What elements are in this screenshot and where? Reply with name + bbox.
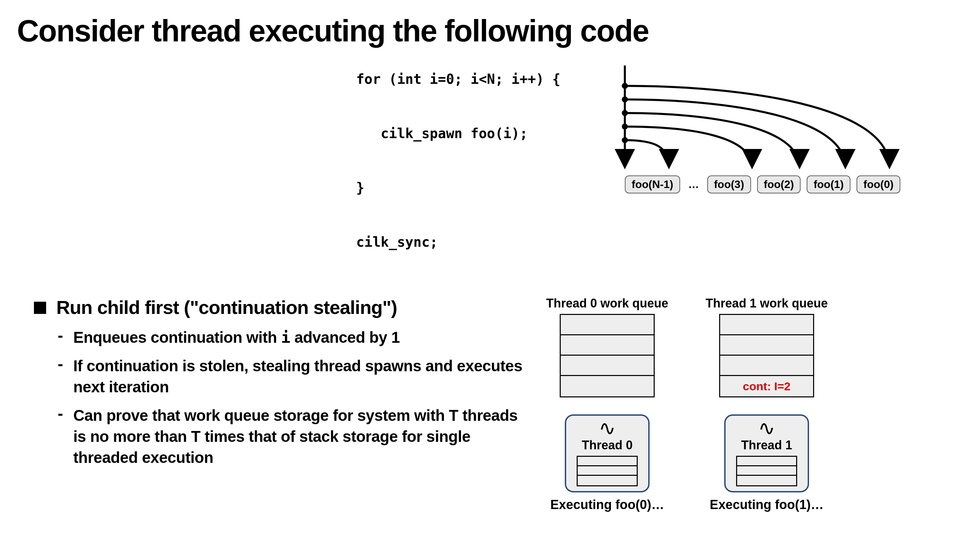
mini-cell xyxy=(737,457,796,466)
sub-bullet-2-text: If continuation is stolen, stealing thre… xyxy=(73,355,526,397)
thread1-column: Thread 1 work queue cont: I=2 ∿ Thread 1… xyxy=(706,296,828,512)
queue1-cont-cell: cont: I=2 xyxy=(720,376,813,396)
foo-box-0: foo(0) xyxy=(856,175,900,193)
sub-bullet-3-text: Can prove that work queue storage for sy… xyxy=(73,405,526,468)
queue0-cell xyxy=(561,335,654,356)
foo-box-3: foo(3) xyxy=(707,175,751,193)
spawn-tree-diagram: foo(N-1) … foo(3) foo(2) foo(1) foo(0) xyxy=(587,65,913,193)
queue1-cell xyxy=(720,335,813,356)
slide-title: Consider thread executing the following … xyxy=(17,14,963,48)
queue1-label: Thread 1 work queue xyxy=(706,296,828,311)
mini-cell xyxy=(737,476,796,485)
queue0-cell xyxy=(561,376,654,396)
thread0-mini-stack xyxy=(577,456,638,486)
wavy-icon: ∿ xyxy=(758,420,775,437)
sub1-part-a: Enqueues continuation with xyxy=(73,329,281,346)
dash-icon: - xyxy=(58,355,63,373)
sub-bullet-1-text: Enqueues continuation with i advanced by… xyxy=(73,327,400,348)
thread0-box: ∿ Thread 0 xyxy=(565,414,650,492)
mini-cell xyxy=(578,476,637,485)
sub-bullet-1: - Enqueues continuation with i advanced … xyxy=(58,327,526,348)
mini-cell xyxy=(578,466,637,476)
code-block: for (int i=0; i<N; i++) { cilk_spawn foo… xyxy=(356,65,560,255)
foo-box-n1: foo(N-1) xyxy=(625,175,680,193)
queue0-cell xyxy=(561,356,654,376)
top-row: for (int i=0; i<N; i++) { cilk_spawn foo… xyxy=(17,65,963,255)
foo-box-row: foo(N-1) … foo(3) foo(2) foo(1) foo(0) xyxy=(625,175,913,193)
thread1-box: ∿ Thread 1 xyxy=(724,414,809,492)
queue0-stack xyxy=(560,314,655,397)
spawn-tree-svg xyxy=(608,65,913,181)
queue1-stack: cont: I=2 xyxy=(719,314,814,397)
sub1-part-c: advanced by 1 xyxy=(290,329,400,346)
wavy-icon: ∿ xyxy=(599,420,616,437)
mini-cell xyxy=(737,466,796,476)
sub-bullet-2: - If continuation is stolen, stealing th… xyxy=(58,355,526,397)
lower-section: Run child first ("continuation stealing"… xyxy=(17,296,963,512)
dash-icon: - xyxy=(58,326,63,345)
queue0-label: Thread 0 work queue xyxy=(546,296,668,311)
queue1-cell xyxy=(720,356,813,376)
bullet-main-text: Run child first ("continuation stealing"… xyxy=(56,296,397,318)
foo-box-2: foo(2) xyxy=(757,175,801,193)
mini-cell xyxy=(578,457,637,466)
foo-box-1: foo(1) xyxy=(807,175,850,193)
queue0-cell xyxy=(561,315,654,335)
thread1-exec-label: Executing foo(1)… xyxy=(710,498,824,512)
sub1-code-i: i xyxy=(281,328,290,346)
dash-icon: - xyxy=(58,404,63,423)
thread0-column: Thread 0 work queue ∿ Thread 0 Executing… xyxy=(546,296,668,512)
thread0-name: Thread 0 xyxy=(582,438,633,452)
thread0-exec-label: Executing foo(0)… xyxy=(550,498,664,512)
thread1-mini-stack xyxy=(736,456,797,486)
square-bullet-icon xyxy=(34,302,46,314)
queue1-cell xyxy=(720,315,813,335)
sub-bullet-3: - Can prove that work queue storage for … xyxy=(58,405,526,468)
foo-ellipsis: … xyxy=(686,178,701,191)
thread1-name: Thread 1 xyxy=(741,438,792,452)
work-queues: Thread 0 work queue ∿ Thread 0 Executing… xyxy=(546,296,828,512)
bullet-list: Run child first ("continuation stealing"… xyxy=(17,296,526,476)
bullet-main: Run child first ("continuation stealing"… xyxy=(34,296,526,318)
